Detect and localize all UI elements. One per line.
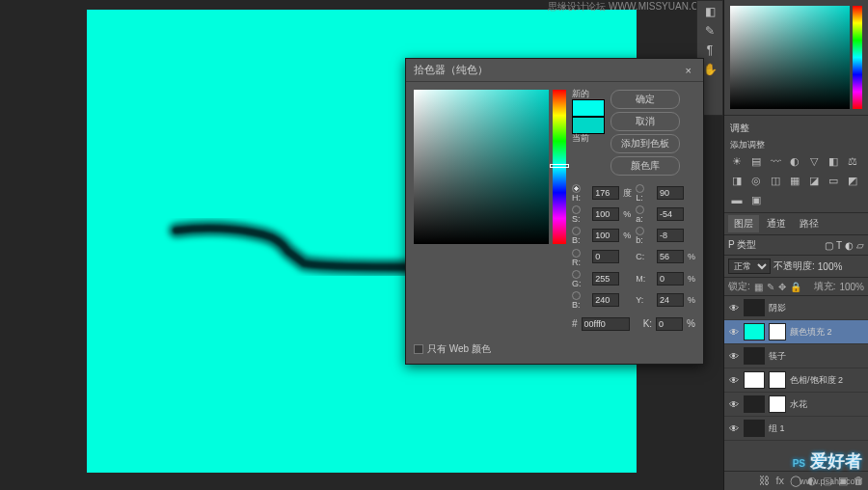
layer-name: 色相/饱和度 2 (790, 374, 864, 387)
posterize-icon[interactable]: ▭ (827, 174, 840, 187)
saturation-value-field[interactable] (414, 90, 549, 244)
layer-thumb (744, 371, 765, 389)
lookup-icon[interactable]: ▦ (788, 174, 801, 187)
blue-input[interactable] (592, 293, 619, 307)
dialog-titlebar[interactable]: 拾色器（纯色） × (406, 59, 703, 82)
layer-mask (769, 395, 786, 413)
b-radio (572, 227, 581, 235)
swatch-icon[interactable]: ◧ (705, 5, 716, 18)
text-icon[interactable]: ¶ (707, 43, 713, 57)
hex-input[interactable] (582, 317, 630, 331)
a-input[interactable] (657, 207, 684, 221)
tab-channels[interactable]: 通道 (761, 215, 792, 232)
color-picker-dialog: 拾色器（纯色） × 新的 当前 确定 取消 添加到色板 颜 (405, 58, 704, 365)
blend-mode-select[interactable]: 正常 (728, 259, 771, 274)
s-input[interactable] (592, 207, 619, 221)
ok-button[interactable]: 确定 (610, 90, 680, 109)
adjustments-title: 调整 (730, 122, 862, 135)
bri-input[interactable] (592, 229, 619, 242)
s-radio (572, 205, 581, 214)
curves-icon[interactable]: 〰 (769, 154, 782, 168)
current-color-swatch (572, 117, 605, 134)
hand-icon[interactable]: ✋ (703, 63, 718, 76)
mini-hue-slider[interactable] (853, 6, 862, 109)
bb-radio (572, 291, 581, 300)
lock-all-icon[interactable]: 🔒 (790, 282, 801, 292)
hue-slider[interactable] (553, 90, 566, 244)
m-input[interactable] (657, 272, 684, 286)
layer-thumb (744, 323, 765, 340)
web-only-label: 只有 Web 颜色 (427, 342, 491, 356)
visibility-icon[interactable]: 👁 (728, 350, 740, 362)
lock-paint-icon[interactable]: ✎ (767, 282, 774, 292)
visibility-icon[interactable]: 👁 (728, 326, 740, 338)
filter-icon3[interactable]: ◐ (845, 240, 854, 251)
visibility-icon[interactable]: 👁 (728, 398, 740, 410)
l-input[interactable] (657, 186, 684, 200)
mini-sv-field[interactable] (730, 6, 850, 109)
layer-mask (769, 323, 786, 340)
close-icon[interactable]: × (682, 65, 695, 76)
hue-icon[interactable]: ◧ (827, 154, 840, 168)
lock-trans-icon[interactable]: ▦ (754, 282, 763, 292)
fx-icon[interactable]: fx (775, 475, 784, 487)
add-adjustment-label: 添加调整 (730, 139, 862, 151)
mini-color-panel (724, 0, 868, 116)
exposure-icon[interactable]: ◐ (788, 154, 801, 168)
fill-value[interactable]: 100% (839, 282, 864, 292)
threshold-icon[interactable]: ◩ (846, 174, 859, 187)
hex-label: # (572, 318, 578, 329)
y-input[interactable] (657, 293, 684, 307)
photo-filter-icon[interactable]: ◎ (749, 174, 763, 187)
h-radio (572, 184, 581, 193)
lock-pos-icon[interactable]: ✥ (778, 282, 786, 292)
filter-icon2[interactable]: T (836, 240, 842, 251)
tab-paths[interactable]: 路径 (794, 215, 825, 232)
opacity-value[interactable]: 100% (818, 261, 843, 272)
add-swatch-button[interactable]: 添加到色板 (610, 134, 680, 153)
color-libraries-button[interactable]: 颜色库 (610, 156, 680, 176)
bw-icon[interactable]: ◨ (730, 174, 744, 187)
layers-panel: 图层 通道 路径 P 类型 ▢ T ◐ ▱ 正常 不透明度: 100% 锁定: … (724, 213, 868, 490)
right-panels: 调整 添加调整 ☀ ▤ 〰 ◐ ▽ ◧ ⚖ ◨ ◎ ◫ ▦ ◪ ▭ ◩ ▬ ▣ … (723, 0, 868, 490)
filter-icon4[interactable]: ▱ (856, 240, 864, 251)
watermark-url: www.psahz.com (800, 476, 862, 486)
r-radio (572, 249, 581, 258)
visibility-icon[interactable]: 👁 (728, 374, 740, 386)
brightness-icon[interactable]: ☀ (730, 154, 744, 168)
layer-thumb (744, 420, 765, 437)
layer-row[interactable]: 👁色相/饱和度 2 (724, 368, 868, 393)
layer-row[interactable]: 👁水花 (724, 393, 868, 417)
web-only-checkbox[interactable] (414, 344, 423, 354)
gradient-map-icon[interactable]: ▬ (730, 193, 744, 206)
kind-label: P 类型 (728, 238, 756, 252)
layer-row[interactable]: 👁颜色填充 2 (724, 320, 868, 344)
visibility-icon[interactable]: 👁 (728, 422, 740, 434)
l-radio (636, 184, 644, 193)
opacity-label: 不透明度: (773, 259, 815, 273)
layer-row[interactable]: 👁阴影 (724, 296, 868, 320)
c-input[interactable] (657, 250, 684, 263)
b2-input[interactable] (657, 229, 684, 242)
tab-layers[interactable]: 图层 (728, 215, 759, 232)
layer-name: 筷子 (769, 350, 864, 363)
balance-icon[interactable]: ⚖ (846, 154, 859, 168)
filter-icon[interactable]: ▢ (825, 240, 833, 251)
visibility-icon[interactable]: 👁 (728, 302, 740, 313)
brush-icon[interactable]: ✎ (705, 24, 715, 38)
cancel-button[interactable]: 取消 (610, 112, 680, 131)
g-input[interactable] (592, 272, 619, 286)
layer-row[interactable]: 👁筷子 (724, 344, 868, 368)
layer-thumb (744, 347, 765, 365)
layer-row[interactable]: 👁组 1 (724, 417, 868, 441)
r-input[interactable] (592, 250, 619, 263)
link-icon[interactable]: ⛓ (759, 475, 770, 487)
h-input[interactable] (592, 186, 619, 200)
a-radio (636, 205, 644, 214)
vibrance-icon[interactable]: ▽ (807, 154, 821, 168)
invert-icon[interactable]: ◪ (807, 174, 821, 187)
k-input[interactable] (656, 317, 683, 331)
mixer-icon[interactable]: ◫ (769, 174, 782, 187)
levels-icon[interactable]: ▤ (749, 154, 763, 168)
selective-icon[interactable]: ▣ (749, 193, 763, 206)
